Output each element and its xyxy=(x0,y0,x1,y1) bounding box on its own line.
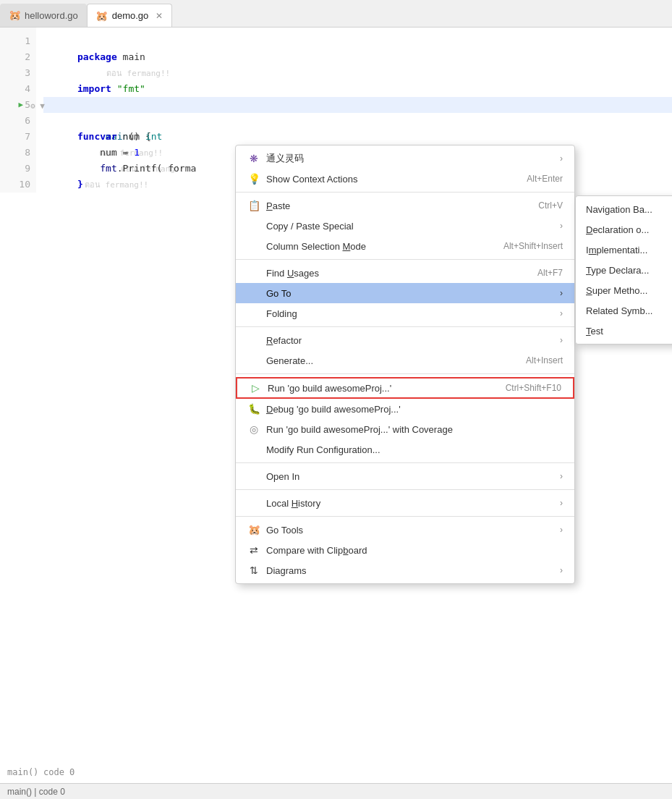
menu-arrow-go-to: › xyxy=(560,288,563,298)
menu-arrow-tongyi: › xyxy=(560,153,563,164)
menu-shortcut-paste: Ctrl+V xyxy=(538,200,563,211)
local-history-icon xyxy=(247,496,260,510)
submenu-item-navigation-bar[interactable]: Navigation Ba... xyxy=(576,199,672,219)
menu-item-go-tools[interactable]: 🐹 Go Tools › xyxy=(236,520,574,540)
menu-item-copy-paste-left: Copy / Paste Special xyxy=(247,219,354,232)
compare-icon: ⇄ xyxy=(247,544,260,557)
paste-icon: 📋 xyxy=(247,199,260,212)
menu-item-column-selection[interactable]: Column Selection Mode Alt+Shift+Insert xyxy=(236,236,574,256)
line-num-5: ▶5 xyxy=(0,97,30,113)
menu-item-go-to-left: Go To xyxy=(247,287,291,300)
menu-item-debug-label: Debug 'go build awesomeProj...' xyxy=(266,404,401,415)
menu-item-local-history-left: Local History xyxy=(247,496,320,510)
tab-demo-label: demo.go xyxy=(112,10,149,21)
tab-bar: 🐹 helloword.go 🐹 demo.go ✕ xyxy=(0,0,672,28)
menu-item-paste-label: Paste xyxy=(266,200,290,211)
menu-item-run[interactable]: ▷ Run 'go build awesomeProj...' Ctrl+Shi… xyxy=(236,377,574,399)
menu-item-refactor[interactable]: Refactor › xyxy=(236,330,574,350)
menu-item-open-in-label: Open In xyxy=(266,471,299,482)
menu-item-column-selection-left: Column Selection Mode xyxy=(247,240,366,253)
column-selection-icon xyxy=(247,240,260,253)
menu-item-compare-clipboard-left: ⇄ Compare with Clipboard xyxy=(247,544,367,557)
menu-arrow-go-tools: › xyxy=(560,525,563,535)
menu-item-copy-paste-label: Copy / Paste Special xyxy=(266,221,354,232)
submenu-label-super-method: Super Metho... xyxy=(586,285,647,296)
menu-arrow-diagrams: › xyxy=(560,565,563,575)
menu-item-generate[interactable]: Generate... Alt+Insert xyxy=(236,350,574,371)
tab-helloword[interactable]: 🐹 helloword.go xyxy=(0,4,87,27)
line-num-3: 3 xyxy=(0,65,30,81)
submenu-item-declaration[interactable]: Declaration o... xyxy=(576,219,672,240)
run-icon: ▷ xyxy=(249,381,262,394)
line-num-6: 6 xyxy=(0,113,30,129)
menu-arrow-refactor: › xyxy=(560,335,563,345)
open-in-icon xyxy=(247,470,260,483)
menu-item-run-label: Run 'go build awesomeProj...' xyxy=(268,383,391,394)
submenu-item-related-symbols[interactable]: Related Symb... xyxy=(576,300,672,321)
tab-demo[interactable]: 🐹 demo.go ✕ xyxy=(87,4,173,27)
line-num-8: 8 xyxy=(0,145,30,161)
tongyi-icon: ❋ xyxy=(247,152,260,165)
folding-icon xyxy=(247,307,260,320)
menu-item-run-coverage[interactable]: ◎ Run 'go build awesomeProj...' with Cov… xyxy=(236,419,574,439)
menu-item-context-actions-label: Show Context Actions xyxy=(266,174,357,185)
menu-item-copy-paste[interactable]: Copy / Paste Special › xyxy=(236,216,574,236)
menu-shortcut-run: Ctrl+Shift+F10 xyxy=(506,383,561,393)
menu-item-go-to[interactable]: Go To › xyxy=(236,283,574,303)
menu-item-folding[interactable]: Folding › xyxy=(236,303,574,324)
menu-item-tongyi-label: 通义灵码 xyxy=(266,152,304,165)
separator-2 xyxy=(236,259,574,260)
refactor-icon xyxy=(247,334,260,347)
submenu-item-test[interactable]: Test xyxy=(576,321,672,341)
status-bar: main() | code 0 xyxy=(0,783,672,799)
menu-item-compare-clipboard[interactable]: ⇄ Compare with Clipboard xyxy=(236,540,574,560)
code-line-5: ⚙ ▼ func main() { xyxy=(43,97,672,113)
menu-item-go-tools-label: Go Tools xyxy=(266,525,303,536)
submenu-label-declaration: Declaration o... xyxy=(586,224,649,235)
menu-item-modify-run-label: Modify Run Configuration... xyxy=(266,444,380,455)
menu-item-run-coverage-label: Run 'go build awesomeProj...' with Cover… xyxy=(266,424,453,435)
menu-item-refactor-label: Refactor xyxy=(266,335,302,346)
menu-item-context-actions[interactable]: 💡 Show Context Actions Alt+Enter xyxy=(236,169,574,189)
code-line-7: num = 1 ตอน fermang!! xyxy=(43,129,672,145)
modify-run-icon xyxy=(247,443,260,456)
fold-marker-5: ⚙ ▼ xyxy=(30,98,45,114)
submenu-item-type-declaration[interactable]: Type Declara... xyxy=(576,260,672,280)
submenu-item-super-method[interactable]: Super Metho... xyxy=(576,280,672,300)
line-num-7: 7 xyxy=(0,129,30,145)
menu-item-find-usages-label: Find Usages xyxy=(266,268,319,279)
code-line-6: var num int ตอน fermang!! xyxy=(43,113,672,129)
submenu-label-type-declaration: Type Declara... xyxy=(586,265,649,276)
code-line-1: package main ตอน fermang!! xyxy=(43,33,672,49)
menu-shortcut-context-actions: Alt+Enter xyxy=(527,174,563,184)
menu-arrow-open-in: › xyxy=(560,471,563,481)
menu-item-refactor-left: Refactor xyxy=(247,334,302,347)
menu-item-run-coverage-left: ◎ Run 'go build awesomeProj...' with Cov… xyxy=(247,423,453,436)
separator-4 xyxy=(236,373,574,374)
main-fn-label: main() xyxy=(7,767,38,777)
menu-item-paste[interactable]: 📋 Paste Ctrl+V xyxy=(236,195,574,216)
menu-item-modify-run-left: Modify Run Configuration... xyxy=(247,443,380,456)
menu-item-modify-run[interactable]: Modify Run Configuration... xyxy=(236,439,574,460)
menu-item-local-history[interactable]: Local History › xyxy=(236,493,574,513)
line-num-1: 1 xyxy=(0,33,30,49)
menu-item-debug[interactable]: 🐛 Debug 'go build awesomeProj...' xyxy=(236,399,574,419)
code-line-3: import "fmt" xyxy=(43,65,672,81)
coverage-icon: ◎ xyxy=(247,423,260,436)
line-num-9: 9 xyxy=(0,161,30,177)
menu-item-find-usages[interactable]: Find Usages Alt+F7 xyxy=(236,263,574,283)
gopher-icon-demo: 🐹 xyxy=(96,10,108,22)
find-usages-icon xyxy=(247,266,260,279)
diagrams-icon: ⇅ xyxy=(247,564,260,577)
tab-demo-close[interactable]: ✕ xyxy=(156,11,163,21)
menu-item-open-in-left: Open In xyxy=(247,470,299,483)
menu-item-compare-clipboard-label: Compare with Clipboard xyxy=(266,545,367,556)
separator-5 xyxy=(236,462,574,463)
status-bar-text: main() | code 0 xyxy=(7,787,65,797)
submenu-item-implementation[interactable]: Implementati... xyxy=(576,240,672,260)
menu-item-diagrams[interactable]: ⇅ Diagrams › xyxy=(236,560,574,580)
menu-item-local-history-label: Local History xyxy=(266,498,320,509)
menu-item-open-in[interactable]: Open In › xyxy=(236,466,574,486)
separator-7 xyxy=(236,516,574,517)
menu-item-tongyi[interactable]: ❋ 通义灵码 › xyxy=(236,148,574,169)
